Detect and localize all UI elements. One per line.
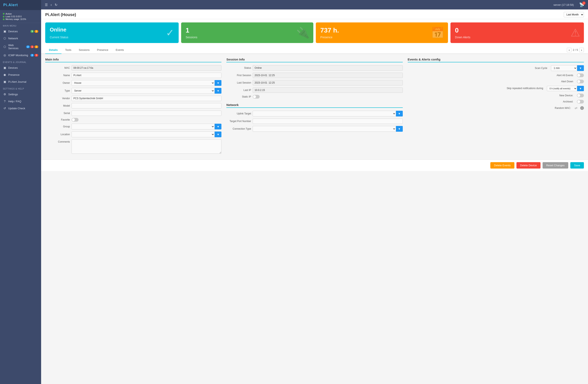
connection-type-select[interactable] (253, 126, 396, 132)
stat-cards: Online Current Status ✓ 1 Sessions 🔌 737… (41, 19, 588, 46)
name-input[interactable] (72, 73, 221, 78)
tab-sessions[interactable]: Sessions (75, 46, 93, 54)
target-port-row: Target Port Number (226, 118, 402, 124)
connection-type-row: Connection Type ▼ (226, 126, 402, 132)
sidebar-item-pialert-journal[interactable]: ▣ Pi.Alert Journal (0, 78, 41, 85)
mac-label: MAC (45, 67, 70, 69)
skip-repeated-row: Skip repeated notifications during 0 h (… (408, 86, 584, 91)
shuffle-icon[interactable]: ⇄ (575, 106, 577, 110)
icmp-icon: ◎ (3, 53, 7, 57)
serial-row: Serial (45, 111, 221, 116)
menu-button[interactable]: ☰ (45, 3, 48, 7)
alert-down-toggle[interactable] (577, 80, 584, 83)
sidebar-item-icmp[interactable]: ◎ ICMP Monitoring 2 1 (0, 52, 41, 59)
owner-select-btn[interactable]: ▼ (215, 80, 221, 86)
sidebar-item-ev-devices[interactable]: ▣ Devices (0, 64, 41, 71)
static-ip-row: Static IP (226, 95, 402, 99)
name-label: Name (45, 74, 70, 77)
info-icon[interactable]: i (580, 106, 584, 110)
tab-tools[interactable]: Tools (62, 46, 75, 54)
sidebar: Pi.Alert Active Load: 0.01 0.03 0 Memory… (0, 0, 41, 384)
main-menu-label: MAIN MENU (0, 23, 41, 28)
connection-type-select-btn[interactable]: ▼ (396, 126, 403, 132)
tabs-bar: Details Tools Sessions Presence Events ‹… (41, 46, 588, 54)
sidebar-item-network[interactable]: ⬡ Network (0, 35, 41, 42)
skip-repeated-btn[interactable]: ▼ (577, 86, 584, 91)
tab-presence[interactable]: Presence (93, 46, 112, 54)
time-filter-select[interactable]: Last Month (564, 12, 584, 17)
stat-card-online: Online Current Status ✓ (45, 23, 179, 43)
type-select[interactable]: Server (72, 88, 215, 94)
owner-select[interactable]: House (72, 80, 215, 86)
tab-events[interactable]: Events (112, 46, 128, 54)
scan-cycle-select[interactable]: 1 min (551, 65, 577, 71)
target-port-input[interactable] (253, 118, 402, 124)
name-row: Name (45, 73, 221, 78)
tab-details[interactable]: Details (45, 46, 62, 54)
new-device-toggle[interactable] (577, 94, 584, 97)
pagination-next[interactable]: › (579, 48, 584, 52)
alert-button[interactable]: 📡 2 (579, 2, 584, 7)
group-select-btn[interactable]: ▼ (215, 124, 221, 129)
down-alerts-label: Down Alerts (455, 36, 579, 39)
group-select[interactable] (72, 124, 215, 129)
sidebar-item-devices[interactable]: ▣ Devices 5 1 (0, 28, 41, 35)
network-icon: ⬡ (3, 37, 7, 40)
logo-prefix: Pi (3, 3, 7, 7)
devices-icon: ▣ (3, 30, 7, 33)
presence-label: Presence (8, 73, 20, 76)
static-ip-toggle[interactable] (253, 95, 260, 99)
owner-label: Owner (45, 82, 70, 84)
model-input[interactable] (72, 103, 221, 109)
delete-events-button[interactable]: Delete Events (490, 162, 514, 169)
refresh-button[interactable]: ↻ (55, 3, 57, 7)
back-button[interactable]: ‹ (51, 3, 52, 7)
main-area: ☰ ‹ ↻ server (17:18:58) 📡 2 Pi.Alert (Ho… (41, 0, 588, 384)
events-config-section: Events & Alerts config Scan Cycle 1 min … (408, 58, 584, 156)
footer-buttons: Delete Events Delete Device Reset Change… (41, 159, 588, 171)
alert-all-label: Alert All Events (408, 74, 575, 77)
type-select-btn[interactable]: ▼ (215, 88, 221, 94)
last-session-row: Last Session (226, 80, 402, 85)
sidebar-item-help[interactable]: ? Help / FAQ (0, 98, 41, 105)
sidebar-item-settings[interactable]: ⚙ Settings (0, 91, 41, 98)
first-session-input (253, 73, 402, 78)
sidebar-item-presence[interactable]: ◉ Presence (0, 71, 41, 78)
sidebar-item-web-services[interactable]: ⬡ Web Services 2 1 1 (0, 42, 41, 52)
vendor-input[interactable] (72, 96, 221, 101)
last-ip-row: Last IP (226, 88, 402, 93)
uplink-target-select[interactable] (253, 111, 396, 116)
sidebar-item-update[interactable]: ↺ Update Check (0, 105, 41, 112)
session-info-section: Session Info Status First Session Last S… (226, 58, 402, 156)
ev-devices-label: Devices (8, 66, 18, 69)
pagination-prev[interactable]: ‹ (567, 48, 571, 52)
mac-input[interactable] (72, 65, 221, 70)
skip-repeated-select[interactable]: 0 h (notify all events) (547, 86, 577, 91)
devices-badge-green: 5 (30, 30, 34, 33)
alert-badge: 2 (582, 1, 586, 5)
target-port-label: Target Port Number (226, 120, 251, 123)
ws-badge-red: 1 (30, 45, 34, 48)
down-alerts-value: 0 (455, 26, 579, 34)
comments-input[interactable] (72, 139, 221, 154)
stat-card-presence: 737 h. Presence 📅 (316, 23, 448, 43)
favorite-row: Favorite (45, 118, 221, 122)
icmp-badge-blue: 2 (30, 54, 34, 57)
last-ip-input (253, 88, 402, 93)
help-icon: ? (3, 100, 7, 103)
save-button[interactable]: Save (570, 162, 584, 169)
delete-device-button[interactable]: Delete Device (516, 162, 541, 169)
alert-all-toggle[interactable] (577, 73, 584, 77)
location-select-btn[interactable]: ▼ (215, 132, 221, 137)
reset-changes-button[interactable]: Reset Changes (543, 162, 568, 169)
uplink-select-btn[interactable]: ▼ (396, 111, 403, 116)
location-select[interactable] (72, 132, 215, 137)
scan-cycle-btn[interactable]: ▼ (577, 65, 584, 71)
favorite-toggle[interactable] (72, 118, 79, 122)
events-journal-label: EVENTS & JOURNAL (0, 60, 41, 64)
network-title: Network (226, 103, 402, 108)
devices-label: Devices (8, 30, 18, 33)
archived-toggle[interactable] (577, 100, 584, 104)
group-label: Group (45, 125, 70, 128)
serial-input[interactable] (72, 111, 221, 116)
